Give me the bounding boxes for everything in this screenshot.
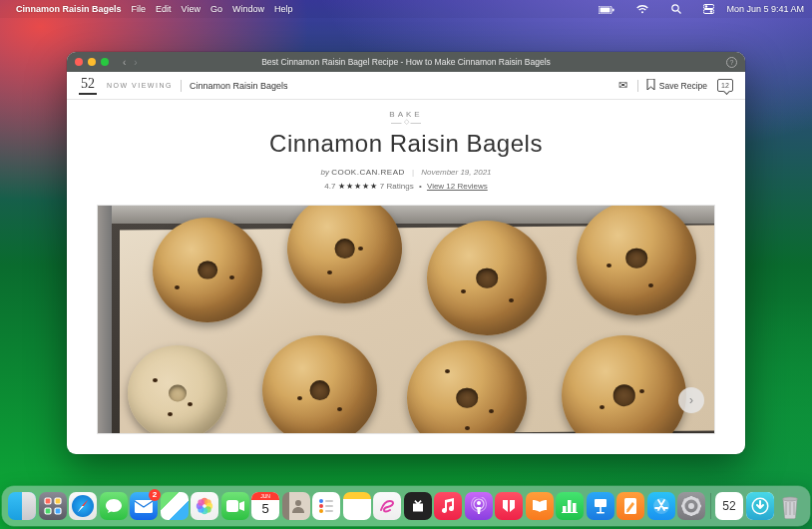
divider-ornament bbox=[391, 123, 421, 124]
back-button[interactable]: ‹ bbox=[123, 57, 126, 68]
author-link[interactable]: COOK.CAN.READ bbox=[331, 168, 405, 177]
view-menu[interactable]: View bbox=[182, 4, 201, 14]
now-viewing-label: NOW VIEWING bbox=[107, 82, 173, 89]
minimize-button[interactable] bbox=[88, 58, 96, 66]
wifi-icon[interactable] bbox=[626, 4, 648, 14]
hero-image: › bbox=[97, 205, 715, 434]
food52-app-icon[interactable]: 52 bbox=[715, 492, 743, 520]
safari-icon[interactable] bbox=[69, 492, 97, 520]
battery-icon[interactable] bbox=[589, 4, 614, 14]
svg-point-30 bbox=[477, 501, 481, 505]
svg-rect-7 bbox=[703, 10, 714, 14]
keynote-icon[interactable] bbox=[587, 492, 614, 520]
calendar-month: JUN bbox=[251, 492, 279, 500]
go-menu[interactable]: Go bbox=[210, 4, 222, 14]
svg-rect-39 bbox=[597, 512, 605, 514]
pages-icon[interactable] bbox=[616, 492, 644, 520]
calendar-day: 5 bbox=[251, 501, 279, 516]
news-icon[interactable] bbox=[495, 492, 523, 520]
edit-menu[interactable]: Edit bbox=[156, 4, 172, 14]
file-menu[interactable]: File bbox=[132, 4, 147, 14]
window-menu[interactable]: Window bbox=[232, 4, 264, 14]
calendar-icon[interactable]: JUN5 bbox=[251, 492, 279, 520]
window-title: Best Cinnamon Raisin Bagel Recipe - How … bbox=[261, 57, 551, 67]
divider bbox=[637, 80, 638, 92]
svg-point-24 bbox=[319, 499, 323, 503]
window-titlebar[interactable]: ‹ › Best Cinnamon Raisin Bagel Recipe - … bbox=[67, 52, 745, 72]
books-icon[interactable] bbox=[526, 492, 554, 520]
email-icon[interactable]: ✉ bbox=[618, 79, 627, 92]
svg-rect-25 bbox=[325, 500, 333, 502]
maps-icon[interactable] bbox=[161, 492, 189, 520]
svg-rect-9 bbox=[45, 498, 51, 504]
ratings-count: 7 Ratings bbox=[380, 182, 414, 191]
freeform-icon[interactable] bbox=[373, 492, 401, 520]
facetime-icon[interactable] bbox=[221, 492, 249, 520]
svg-point-28 bbox=[319, 509, 323, 513]
notes-icon[interactable] bbox=[343, 492, 371, 520]
food52-logo-text: 52 bbox=[722, 499, 735, 513]
appstore-icon[interactable] bbox=[647, 492, 675, 520]
comments-button[interactable]: 12 bbox=[717, 79, 733, 92]
reminders-icon[interactable] bbox=[312, 492, 340, 520]
tv-icon[interactable] bbox=[404, 492, 432, 520]
svg-rect-5 bbox=[703, 5, 714, 9]
finder-icon[interactable] bbox=[8, 492, 36, 520]
byline: by COOK.CAN.READ | November 19, 2021 bbox=[67, 168, 745, 177]
help-menu[interactable]: Help bbox=[274, 4, 293, 14]
stars-icon: ★★★★★ bbox=[338, 182, 378, 191]
svg-rect-11 bbox=[45, 508, 51, 514]
close-button[interactable] bbox=[75, 58, 83, 66]
app-window: ‹ › Best Cinnamon Raisin Bagel Recipe - … bbox=[67, 52, 745, 454]
dock-separator bbox=[710, 493, 711, 519]
forward-button[interactable]: › bbox=[134, 57, 137, 68]
music-icon[interactable] bbox=[434, 492, 462, 520]
system-settings-icon[interactable] bbox=[677, 492, 705, 520]
zoom-button[interactable] bbox=[101, 58, 109, 66]
control-center-icon[interactable] bbox=[693, 4, 714, 15]
svg-rect-38 bbox=[600, 507, 602, 512]
site-logo[interactable]: 52 bbox=[79, 76, 97, 95]
search-icon[interactable] bbox=[661, 4, 681, 15]
messages-icon[interactable] bbox=[100, 492, 128, 520]
svg-rect-12 bbox=[55, 508, 61, 514]
launchpad-icon[interactable] bbox=[39, 492, 67, 520]
svg-point-3 bbox=[672, 5, 678, 11]
breadcrumb[interactable]: Cinnamon Raisin Bagels bbox=[190, 81, 288, 91]
view-reviews-link[interactable]: View 12 Reviews bbox=[427, 182, 488, 191]
svg-line-48 bbox=[684, 499, 686, 501]
svg-line-49 bbox=[696, 511, 698, 513]
app-menu[interactable]: Cinnamon Raisin Bagels bbox=[16, 4, 122, 14]
next-image-button[interactable]: › bbox=[678, 387, 704, 413]
page-toolbar: 52 NOW VIEWING Cinnamon Raisin Bagels ✉ … bbox=[67, 72, 745, 100]
article-body: BAKE Cinnamon Raisin Bagels by COOK.CAN.… bbox=[67, 100, 745, 454]
svg-rect-37 bbox=[595, 499, 607, 507]
svg-line-50 bbox=[696, 499, 698, 501]
svg-rect-27 bbox=[325, 505, 333, 507]
menubar-clock[interactable]: Mon Jun 5 9:41 AM bbox=[726, 4, 804, 14]
svg-rect-10 bbox=[55, 498, 61, 504]
photos-icon[interactable] bbox=[191, 492, 218, 520]
by-label: by bbox=[320, 168, 328, 177]
svg-point-54 bbox=[783, 497, 798, 501]
traffic-lights bbox=[75, 58, 109, 66]
numbers-icon[interactable] bbox=[556, 492, 584, 520]
podcasts-icon[interactable] bbox=[465, 492, 493, 520]
svg-point-21 bbox=[198, 499, 203, 505]
svg-point-8 bbox=[710, 11, 712, 13]
svg-rect-36 bbox=[562, 512, 578, 513]
bookmark-icon bbox=[646, 79, 655, 92]
svg-rect-2 bbox=[612, 8, 614, 11]
svg-line-51 bbox=[684, 511, 686, 513]
help-icon[interactable]: ? bbox=[726, 57, 737, 68]
contacts-icon[interactable] bbox=[282, 492, 310, 520]
svg-line-4 bbox=[677, 11, 680, 14]
mail-badge: 2 bbox=[149, 489, 161, 501]
rating-value: 4.7 bbox=[324, 182, 335, 191]
downloads-icon[interactable] bbox=[746, 492, 774, 520]
svg-rect-35 bbox=[573, 503, 577, 512]
trash-icon[interactable] bbox=[776, 492, 804, 520]
save-recipe-button[interactable]: Save Recipe bbox=[646, 79, 707, 92]
mail-icon[interactable]: 2 bbox=[130, 492, 158, 520]
menubar: Cinnamon Raisin Bagels File Edit View Go… bbox=[0, 0, 812, 18]
